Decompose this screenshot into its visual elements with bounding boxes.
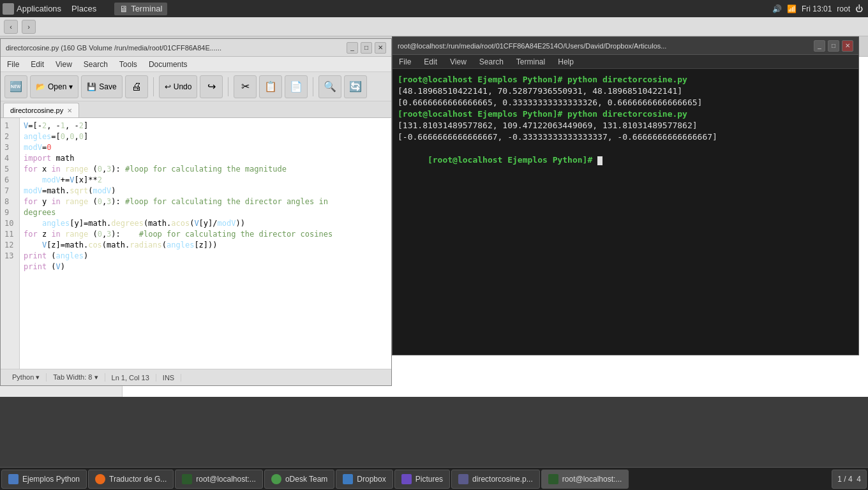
line-num: 3 (4, 142, 17, 153)
undo-button[interactable]: ↩ Undo (159, 75, 198, 98)
undo-icon: ↩ (165, 82, 171, 91)
code-editor[interactable]: V=[-2, -1, -2] angles=[0,0,0] modV=0 imp… (20, 118, 391, 369)
task-label-ejemplos: Ejemplos Python (22, 475, 80, 484)
term-titlebar: root@localhost:/run/media/root/01CFF86A8… (393, 37, 858, 55)
task-label-root2: root@localhost:... (562, 475, 622, 484)
places-menu[interactable]: Places (71, 4, 96, 13)
cut-button[interactable]: ✂ (234, 75, 257, 98)
nav-back-button[interactable]: ‹ (4, 20, 18, 34)
tab-width-status[interactable]: Tab Width: 8 ▾ (47, 373, 105, 382)
line-num: 6 (4, 175, 17, 186)
menu-edit[interactable]: Edit (28, 59, 47, 70)
task-label-odesk: oDesk Team (285, 475, 327, 484)
menu-file[interactable]: File (4, 59, 22, 70)
code-line-2: angles=[0,0,0] (24, 131, 387, 142)
gedit-maximize-button[interactable]: □ (361, 42, 372, 54)
workspace-counter[interactable]: 1 / 4 4 (832, 470, 867, 489)
task-label-dropbox: Dropbox (357, 475, 385, 484)
line-num: 12 (4, 240, 17, 251)
language-status[interactable]: Python ▾ (6, 373, 47, 382)
taskbar-traductor[interactable]: Traductor de G... (88, 470, 174, 489)
gedit-title: directorcosine.py (160 GB Volume /run/me… (6, 44, 344, 52)
search-button[interactable]: 🔍 (318, 75, 341, 98)
open-button[interactable]: 📂 Open ▾ (30, 75, 79, 98)
terminal-label: 🖥 Terminal (114, 3, 167, 15)
taskbar-ejemplos[interactable]: Ejemplos Python (1, 470, 87, 489)
term-maximize-button[interactable]: □ (828, 40, 839, 52)
gedit-close-button[interactable]: ✕ (375, 42, 386, 54)
applications-menu[interactable]: Applications (17, 4, 61, 13)
tab-width-label: Tab Width: 8 (53, 373, 92, 381)
taskbar-odesk[interactable]: oDesk Team (264, 470, 334, 489)
task-icon-root1 (182, 474, 192, 484)
file-tab-close[interactable]: ✕ (67, 107, 72, 114)
redo-button[interactable]: ↪ (200, 75, 223, 98)
gedit-menubar: File Edit View Search Tools Documents (1, 57, 391, 72)
line-num: 2 (4, 131, 17, 142)
code-line-6: modV+=V[x]**2 (24, 175, 387, 186)
code-line-4: import math (24, 153, 387, 164)
tab-width-arrow: ▾ (94, 373, 98, 381)
line-num: 9 (4, 207, 17, 218)
fm-titlebar: ‹ › (0, 17, 868, 36)
term-line-0: [root@localhost Ejemplos Python]# python… (398, 74, 853, 85)
toolbar-sep1 (153, 77, 154, 96)
term-content[interactable]: [root@localhost Ejemplos Python]# python… (393, 69, 858, 355)
taskbar: Ejemplos Python Traductor de G... root@l… (0, 467, 868, 490)
taskbar-dropbox[interactable]: Dropbox (336, 470, 393, 489)
undo-label: Undo (174, 82, 192, 91)
replace-button[interactable]: 🔄 (344, 75, 367, 98)
term-close-button[interactable]: ✕ (842, 40, 853, 52)
term-line-1: [48.18968510422141, 70.52877936550931, 4… (398, 85, 853, 97)
paste-button[interactable]: 📄 (285, 75, 308, 98)
new-button[interactable]: 🆕 (4, 75, 27, 98)
code-line-9: angles[y]=math.degrees(math.acos(V[y]/mo… (24, 218, 387, 229)
counter-label: 1 / 4 (837, 475, 852, 484)
task-icon-odesk (271, 474, 281, 484)
gedit-content: 1 2 3 4 5 6 7 8 9 10 11 12 13 V=[-2, -1,… (1, 118, 391, 369)
terminal-cursor (597, 156, 602, 165)
menu-documents[interactable]: Documents (146, 59, 190, 70)
taskbar-root1[interactable]: root@localhost:... (175, 470, 263, 489)
position-label: Ln 1, Col 13 (112, 374, 149, 382)
code-line-13: print (V) (24, 262, 387, 272)
task-icon-ejemplos (8, 474, 19, 484)
top-bar-left: Applications Places 🖥 Terminal (0, 3, 167, 15)
term-minimize-button[interactable]: _ (814, 40, 825, 52)
nav-forward-button[interactable]: › (22, 20, 36, 34)
taskbar-pictures[interactable]: Pictures (394, 470, 450, 489)
task-label-pictures: Pictures (415, 475, 443, 484)
menu-view[interactable]: View (53, 59, 75, 70)
mode-label: INS (163, 374, 174, 382)
volume-icon: 🔊 (772, 4, 782, 13)
term-menubar: File Edit View Search Terminal Help (393, 55, 858, 69)
gedit-toolbar: 🆕 📂 Open ▾ 💾 Save 🖨 ↩ Undo ↪ ✂ 📋 📄 🔍 🔄 (1, 72, 391, 101)
line-num: 8 (4, 197, 17, 207)
code-line-12: print (angles) (24, 251, 387, 262)
app-icon (3, 3, 14, 15)
term-menu-terminal[interactable]: Terminal (514, 56, 548, 68)
task-icon-dropbox (343, 474, 353, 484)
power-icon: ⏻ (855, 4, 863, 13)
term-menu-search[interactable]: Search (477, 56, 506, 68)
term-menu-file[interactable]: File (396, 56, 414, 68)
save-button[interactable]: 💾 Save (81, 75, 122, 98)
taskbar-directorcosine[interactable]: directorcosine.p... (451, 470, 540, 489)
term-menu-view[interactable]: View (447, 56, 469, 68)
taskbar-root2[interactable]: root@localhost:... (541, 470, 629, 489)
copy-button[interactable]: 📋 (259, 75, 282, 98)
term-menu-edit[interactable]: Edit (421, 56, 440, 68)
code-line-7: modV=math.sqrt(modV) (24, 186, 387, 197)
term-menu-help[interactable]: Help (555, 56, 576, 68)
gedit-minimize-button[interactable]: _ (347, 42, 358, 54)
task-label-traductor: Traductor de G... (109, 475, 167, 484)
print-button[interactable]: 🖨 (125, 75, 148, 98)
gedit-statusbar: Python ▾ Tab Width: 8 ▾ Ln 1, Col 13 INS (1, 369, 391, 385)
menu-search[interactable]: Search (81, 59, 110, 70)
menu-tools[interactable]: Tools (117, 59, 140, 70)
term-title: root@localhost:/run/media/root/01CFF86A8… (398, 42, 811, 50)
code-line-11: V[z]=math.cos(math.radians(angles[z])) (24, 240, 387, 251)
top-bar-right: 🔊 📶 Fri 13:01 root ⏻ (772, 4, 868, 13)
gedit-file-tab[interactable]: directorcosine.py ✕ (3, 103, 79, 117)
task-icon-traductor (95, 474, 105, 484)
